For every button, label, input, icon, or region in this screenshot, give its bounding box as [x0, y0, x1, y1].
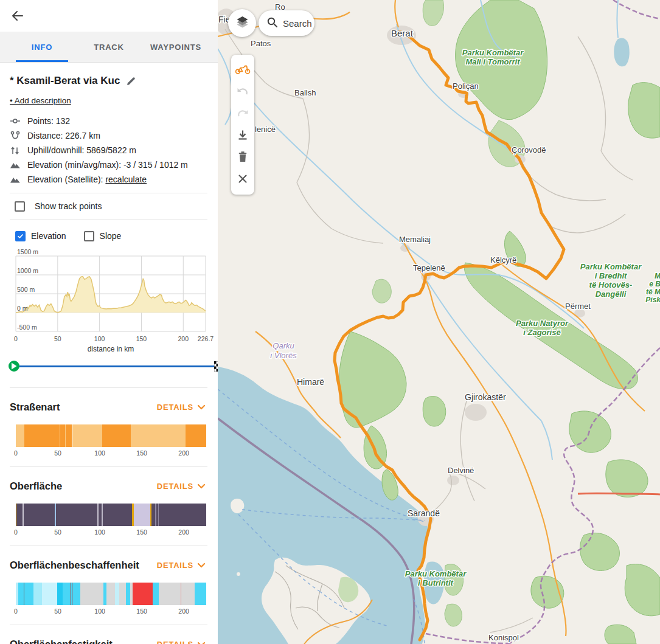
elevation-checkbox[interactable] — [15, 231, 26, 241]
search-placeholder: Search — [283, 18, 312, 29]
tab-info[interactable]: INFO — [9, 32, 75, 62]
bar-axis-tick: 50 — [54, 449, 61, 457]
stat-elevation-satellite: Elevation (Satellite): recalculate — [10, 172, 218, 187]
tab-track[interactable]: TRACK — [75, 32, 142, 62]
bar-axis-tick: 0 — [14, 449, 18, 457]
bar-segment — [133, 583, 153, 605]
chart-toggle-row: Elevation Slope — [0, 229, 218, 243]
undo-button[interactable] — [232, 81, 253, 102]
segment-bar — [16, 583, 206, 605]
svg-text:100: 100 — [94, 335, 105, 342]
map-label: Dangëlli — [596, 289, 627, 299]
map-label: Parku Natyror — [516, 319, 569, 328]
map-label: lenicë — [255, 125, 276, 134]
play-button[interactable] — [9, 361, 19, 372]
track-panel: INFO TRACK WAYPOINTS * Ksamil-Berat via … — [0, 0, 218, 644]
bar-axis-tick: 150 — [136, 608, 147, 615]
chevron-down-icon — [197, 482, 206, 491]
svg-text:150: 150 — [136, 335, 147, 342]
bar-segment — [158, 504, 159, 526]
bar-segment — [186, 424, 206, 447]
route-profile-button[interactable] — [232, 60, 253, 80]
map-label: Parku Kombëtar — [580, 262, 642, 271]
map: FierPatosBallshlenicëRoBeratPoliçanÇorov… — [218, 0, 660, 644]
elevation-chart[interactable]: -500 m0 m500 m1000 m1500 m05010015020022… — [10, 246, 217, 355]
bar-segment — [80, 583, 103, 605]
bar-segment — [115, 583, 119, 605]
tab-bar: INFO TRACK WAYPOINTS — [0, 32, 218, 63]
slope-checkbox[interactable] — [84, 231, 94, 241]
details-button-strassenart[interactable]: DETAILS — [157, 403, 206, 412]
bar-segment — [16, 504, 16, 526]
map-label: Qarku — [273, 341, 294, 350]
bar-axis-tick: 0 — [14, 608, 18, 615]
app-window: INFO TRACK WAYPOINTS * Ksamil-Berat via … — [0, 0, 660, 644]
bar-segment — [159, 583, 181, 605]
map-canvas[interactable]: FierPatosBallshlenicëRoBeratPoliçanÇorov… — [218, 0, 660, 644]
tab-waypoints-label: WAYPOINTS — [150, 43, 201, 52]
bar-segment — [24, 424, 60, 447]
map-label: Çorovodë — [512, 145, 546, 154]
track-points-icon — [10, 116, 21, 126]
tab-waypoints[interactable]: WAYPOINTS — [142, 32, 209, 62]
map-label: Patos — [251, 39, 271, 48]
bar-segment — [155, 504, 156, 526]
bar-axis: 050100150200 — [16, 447, 206, 458]
bar-axis-tick: 150 — [136, 449, 147, 457]
finish-flag-handle[interactable] — [214, 361, 218, 372]
close-button[interactable] — [232, 169, 253, 190]
bar-segment — [33, 583, 42, 605]
bar-segment — [66, 424, 72, 447]
chevron-down-icon — [197, 561, 206, 570]
map-label: të Hotovës- — [589, 280, 633, 289]
section-title-oberflaeche: Oberfläche — [10, 480, 62, 492]
add-description-link[interactable]: • Add description — [10, 96, 71, 106]
bar-axis-tick: 100 — [94, 449, 105, 457]
bar-segment — [150, 504, 151, 526]
details-button-oberflaeche[interactable]: DETAILS — [157, 482, 206, 491]
svg-text:-500 m: -500 m — [17, 324, 37, 331]
redo-button[interactable] — [232, 103, 253, 124]
bar-segment — [134, 504, 150, 526]
map-label: i Bredhit — [595, 271, 627, 280]
layers-icon — [234, 14, 251, 33]
map-label: Parku Kombëtar — [405, 569, 467, 578]
layers-button[interactable] — [228, 9, 256, 37]
details-button-beschaffenheit[interactable]: DETAILS — [157, 561, 206, 570]
bar-axis-tick: 50 — [54, 528, 61, 536]
map-label: Pisk — [645, 296, 660, 304]
stat-points: Points: 132 — [10, 114, 218, 128]
panel-header — [0, 0, 218, 32]
show-track-points-checkbox[interactable] — [15, 201, 25, 212]
island-tiny — [237, 572, 240, 576]
back-button[interactable] — [6, 5, 29, 28]
bar-segment — [72, 583, 80, 605]
svg-text:1000 m: 1000 m — [17, 267, 38, 274]
recalculate-link[interactable]: recalculate — [105, 175, 147, 184]
bar-segment — [97, 504, 99, 526]
svg-text:1500 m: 1500 m — [17, 248, 38, 255]
segment-bar — [16, 424, 206, 447]
details-button-festigkeit[interactable]: DETAILS — [157, 640, 206, 644]
redo-icon — [236, 108, 249, 120]
map-label: Përmet — [565, 302, 591, 311]
map-label: Këlcyrë — [490, 255, 516, 265]
bar-segment — [16, 424, 24, 447]
bar-segment — [102, 424, 131, 447]
map-label: Sarandë — [408, 508, 440, 518]
map-label: Parku Kombëtar — [462, 48, 524, 57]
stat-points-text: Points: 132 — [27, 116, 70, 126]
bar-segment — [55, 504, 56, 526]
delete-button[interactable] — [232, 147, 253, 168]
bar-segment — [106, 583, 115, 605]
svg-text:0: 0 — [14, 335, 18, 342]
slider-track[interactable] — [19, 365, 214, 367]
download-button[interactable] — [232, 125, 253, 146]
bar-segment — [18, 583, 24, 605]
search-input[interactable]: Search — [259, 10, 314, 36]
elevation-toggle-label: Elevation — [31, 231, 66, 241]
route-motorcycle-icon — [235, 64, 251, 76]
search-icon — [266, 16, 278, 30]
bar-axis-tick: 200 — [178, 449, 189, 457]
edit-title-icon[interactable] — [126, 76, 136, 86]
